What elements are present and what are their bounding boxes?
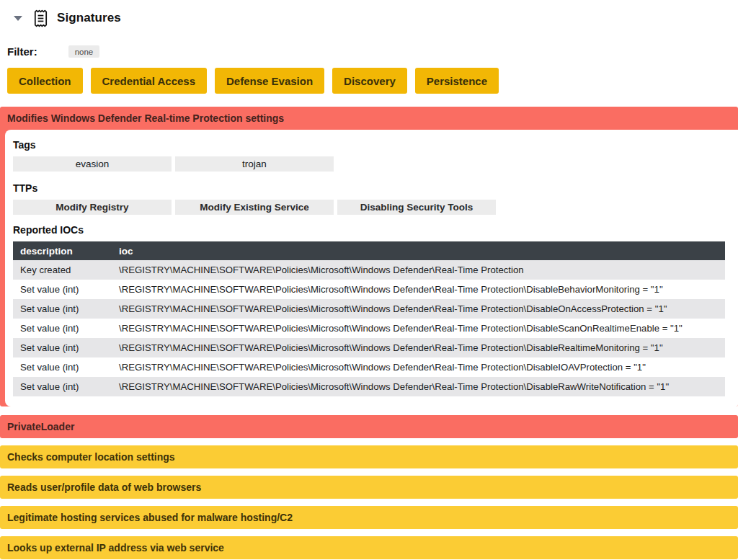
signature-header[interactable]: Looks up external IP address via web ser… (0, 536, 738, 559)
ioc-value: \REGISTRY\MACHINE\SOFTWARE\Policies\Micr… (112, 338, 725, 357)
column-header-description: description (13, 241, 112, 260)
ioc-description: Set value (int) (13, 299, 112, 319)
filter-value-badge: none (68, 45, 100, 58)
section-title: Signatures (57, 11, 121, 25)
ttps-row: Modify Registry Modify Existing Service … (13, 200, 725, 215)
ioc-description: Set value (int) (13, 377, 112, 396)
ioc-value: \REGISTRY\MACHINE\SOFTWARE\Policies\Micr… (112, 280, 725, 299)
filter-button-credential-access[interactable]: Credential Access (91, 68, 208, 94)
signature-header[interactable]: Modifies Windows Defender Real-time Prot… (0, 107, 738, 130)
signature-header[interactable]: Reads user/profile data of web browsers (0, 476, 738, 499)
ioc-description: Set value (int) (13, 319, 112, 338)
table-row: Set value (int) \REGISTRY\MACHINE\SOFTWA… (13, 377, 725, 396)
signature-block-browser-data: Reads user/profile data of web browsers (0, 476, 738, 499)
table-row: Set value (int) \REGISTRY\MACHINE\SOFTWA… (13, 299, 725, 319)
ioc-value: \REGISTRY\MACHINE\SOFTWARE\Policies\Micr… (112, 260, 725, 280)
signatures-section-header[interactable]: Signatures (0, 7, 738, 29)
signatures-panel: Signatures Filter: none Collection Crede… (0, 0, 738, 559)
chevron-down-icon[interactable] (14, 16, 22, 21)
table-row: Set value (int) \REGISTRY\MACHINE\SOFTWA… (13, 319, 725, 338)
signature-block-privateloader: PrivateLoader (0, 415, 738, 438)
signature-body: Tags evasion trojan TTPs Modify Registry… (0, 130, 738, 406)
tag-badge[interactable]: evasion (13, 156, 172, 172)
ttp-badge[interactable]: Modify Registry (13, 200, 172, 215)
signature-detail: Tags evasion trojan TTPs Modify Registry… (5, 130, 738, 406)
ioc-description: Set value (int) (13, 357, 112, 377)
table-row: Set value (int) \REGISTRY\MACHINE\SOFTWA… (13, 338, 725, 357)
signature-block-location-settings: Checks computer location settings (0, 445, 738, 468)
column-header-ioc: ioc (112, 241, 725, 260)
ttp-badge[interactable]: Modify Existing Service (175, 200, 334, 215)
filter-buttons-row: Collection Credential Access Defense Eva… (7, 68, 738, 94)
tags-row: evasion trojan (13, 156, 725, 172)
ttp-badge[interactable]: Disabling Security Tools (337, 200, 496, 215)
receipt-icon (32, 9, 50, 28)
ttps-heading: TTPs (13, 182, 725, 194)
ioc-table-header-row: description ioc (13, 241, 725, 260)
ioc-value: \REGISTRY\MACHINE\SOFTWARE\Policies\Micr… (112, 319, 725, 338)
ioc-description: Set value (int) (13, 338, 112, 357)
reported-iocs-heading: Reported IOCs (13, 224, 725, 236)
signature-block-external-ip: Looks up external IP address via web ser… (0, 536, 738, 559)
signature-header[interactable]: PrivateLoader (0, 415, 738, 438)
filter-button-defense-evasion[interactable]: Defense Evasion (215, 68, 324, 94)
ioc-description: Key created (13, 260, 112, 280)
filter-label: Filter: (7, 45, 37, 58)
tag-badge[interactable]: trojan (175, 156, 334, 172)
signature-header[interactable]: Legitimate hosting services abused for m… (0, 506, 738, 529)
filter-button-collection[interactable]: Collection (7, 68, 83, 94)
signature-block-hosting-abuse: Legitimate hosting services abused for m… (0, 506, 738, 529)
ioc-value: \REGISTRY\MACHINE\SOFTWARE\Policies\Micr… (112, 377, 725, 396)
filter-button-discovery[interactable]: Discovery (332, 68, 407, 94)
filter-button-persistence[interactable]: Persistence (415, 68, 499, 94)
tags-heading: Tags (13, 139, 725, 151)
ioc-table: description ioc Key created \REGISTRY\MA… (13, 241, 725, 396)
ioc-description: Set value (int) (13, 280, 112, 299)
ioc-value: \REGISTRY\MACHINE\SOFTWARE\Policies\Micr… (112, 357, 725, 377)
table-row: Set value (int) \REGISTRY\MACHINE\SOFTWA… (13, 357, 725, 377)
ioc-value: \REGISTRY\MACHINE\SOFTWARE\Policies\Micr… (112, 299, 725, 319)
table-row: Set value (int) \REGISTRY\MACHINE\SOFTWA… (13, 280, 725, 299)
signature-header[interactable]: Checks computer location settings (0, 445, 738, 468)
table-row: Key created \REGISTRY\MACHINE\SOFTWARE\P… (13, 260, 725, 280)
filter-row: Filter: none (7, 45, 738, 58)
signature-block-defender: Modifies Windows Defender Real-time Prot… (0, 107, 738, 406)
